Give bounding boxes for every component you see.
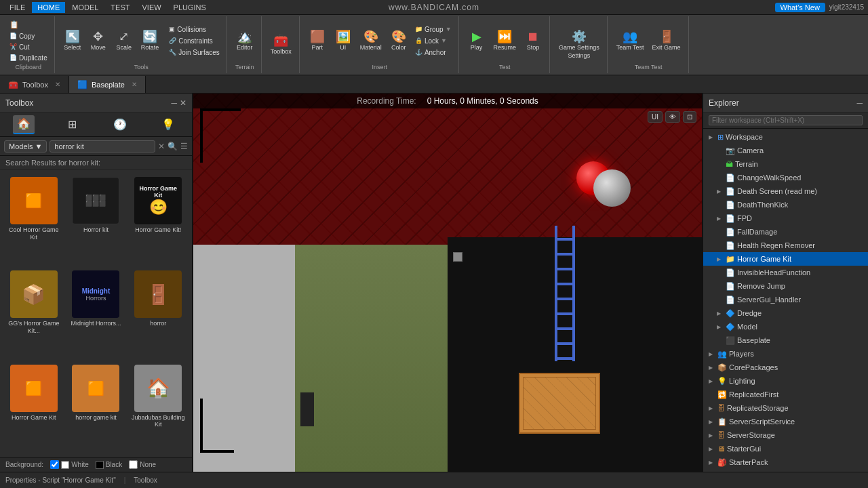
tree-serverstorage[interactable]: ▶ 🗄 ServerStorage: [703, 428, 868, 442]
ui-button[interactable]: 🖼️ UI: [331, 28, 355, 53]
scale-button[interactable]: ⤢ Scale: [112, 28, 136, 53]
result-item-0[interactable]: 🟧 Cool Horror Game Kit: [4, 174, 64, 265]
group-button[interactable]: 📁 Group ▼: [412, 24, 454, 35]
tree-removejump[interactable]: 📄 Remove Jump: [703, 279, 868, 293]
tree-healthregen[interactable]: 📄 Health Regen Remover: [703, 239, 868, 252]
result-item-8[interactable]: 🏠 Jubadubas Building Kit: [128, 362, 188, 453]
tree-replicatedstorage[interactable]: ▶ 🗄 ReplicatedStorage: [703, 401, 868, 415]
paste-button[interactable]: 📋: [7, 19, 50, 30]
result-item-7[interactable]: 🟧 horror game kit: [66, 362, 126, 453]
toolbox-ribbon-buttons: 🧰 Toolbox: [267, 18, 295, 72]
search-input[interactable]: [50, 140, 155, 152]
menu-model[interactable]: MODEL: [66, 2, 104, 13]
result-item-6[interactable]: 🟧 Horror Game Kit: [4, 362, 64, 453]
baseplate-tab[interactable]: 🟦 Baseplate ✕: [69, 76, 146, 93]
collisions-button[interactable]: ▣ Collisions: [166, 24, 222, 35]
copy-button[interactable]: 📄 Copy: [7, 31, 50, 41]
tree-startergui[interactable]: ▶ 🖥 StarterGui: [703, 442, 868, 455]
resume-button[interactable]: ⏭️ Resume: [490, 28, 520, 53]
result-item-2[interactable]: Horror Game Kit 😊 Horror Game Kit!: [128, 174, 188, 265]
result-item-3[interactable]: 📦 GG's Horror Game Kit...: [4, 268, 64, 359]
tree-starterplayer[interactable]: ▶ 🧑 StarterPlayer: [703, 469, 868, 472]
menu-test[interactable]: TEST: [105, 2, 135, 13]
editor-button[interactable]: 🏔️ Editor: [233, 28, 257, 53]
cut-button[interactable]: ✂️ Cut: [7, 42, 50, 52]
game-settings-button[interactable]: ⚙️ Game Settings Settings: [555, 28, 603, 61]
result-item-4[interactable]: Midnight Horrors Midnight Horrors...: [66, 268, 126, 359]
duplicate-button[interactable]: 📄 Duplicate: [7, 53, 50, 63]
menu-plugins[interactable]: PLUGINS: [168, 2, 212, 13]
toolbox-tab[interactable]: 🧰 Toolbox ✕: [0, 76, 69, 93]
toolbox-tab-close[interactable]: ✕: [55, 81, 60, 88]
menu-file[interactable]: FILE: [4, 2, 31, 13]
tree-deaththen[interactable]: 📄 DeathThenKick: [703, 198, 868, 211]
toolbox-clock-icon[interactable]: 🕐: [109, 115, 131, 134]
material-button[interactable]: 🎨 Material: [357, 28, 385, 53]
tree-lighting[interactable]: ▶ 💡 Lighting: [703, 374, 868, 388]
stop-button[interactable]: ⏹ Stop: [521, 28, 545, 53]
tree-workspace[interactable]: ▶ ⊞ Workspace: [703, 130, 868, 144]
tree-model[interactable]: ▶ 🔷 Model: [703, 320, 868, 333]
menu-home[interactable]: HOME: [32, 2, 65, 13]
select-button[interactable]: ↖️ Select: [60, 28, 85, 53]
tree-starterpack[interactable]: ▶ 🎒 StarterPack: [703, 455, 868, 469]
exit-game-button[interactable]: 🚪 Exit Game: [649, 28, 684, 53]
changewalkspeed-icon: 📄: [726, 174, 735, 182]
models-dropdown[interactable]: Models ▼: [4, 140, 47, 152]
play-button[interactable]: ▶ Play: [465, 28, 489, 53]
explorer-search-input[interactable]: [709, 115, 863, 125]
toolbox-home-icon[interactable]: 🏠: [13, 115, 35, 134]
tree-serverscriptservice[interactable]: ▶ 📋 ServerScriptService: [703, 415, 868, 428]
tree-terrain[interactable]: 🏔 Terrain: [703, 157, 868, 171]
team-test-button[interactable]: 👥 Team Test: [613, 28, 648, 53]
tree-corepackages[interactable]: ▶ 📦 CorePackages: [703, 361, 868, 374]
search-options-icon[interactable]: ☰: [180, 142, 188, 151]
bg-black-option[interactable]: Black: [96, 461, 122, 469]
constraints-button[interactable]: 🔗 Constraints: [166, 36, 222, 46]
tree-fpd[interactable]: ▶ 📄 FPD: [703, 211, 868, 225]
tree-deathscreen[interactable]: ▶ 📄 Death Screen (read me): [703, 184, 868, 198]
scene-3d[interactable]: [193, 94, 702, 472]
bg-none-option[interactable]: None: [129, 460, 156, 469]
explorer-minimize-icon[interactable]: ─: [856, 98, 863, 108]
tree-falldamage[interactable]: 📄 FallDamage: [703, 225, 868, 239]
viewport-eye-button[interactable]: 👁: [665, 111, 680, 123]
toolbox-grid-icon[interactable]: ⊞: [61, 115, 83, 134]
lock-button[interactable]: 🔒 Lock ▼: [412, 36, 454, 46]
search-clear-icon[interactable]: ✕: [158, 142, 165, 151]
toolbox-ribbon-button[interactable]: 🧰 Toolbox: [267, 33, 295, 57]
anchor-button[interactable]: ⚓ Anchor: [412, 47, 454, 58]
tree-dredge[interactable]: ▶ 🔷 Dredge: [703, 306, 868, 320]
tree-horrorgamekit[interactable]: ▶ 📁 Horror Game Kit: [703, 252, 868, 266]
toolbox-bulb-icon[interactable]: 💡: [157, 115, 179, 134]
tree-camera[interactable]: 📷 Camera: [703, 144, 868, 157]
viewport-screen-button[interactable]: ⊡: [683, 111, 696, 123]
tree-servergui[interactable]: 📄 ServerGui_Handler: [703, 293, 868, 306]
viewport[interactable]: Recording Time: 0 Hours, 0 Minutes, 0 Se…: [193, 94, 702, 472]
tree-invisiblehead[interactable]: 📄 InvisibleHeadFunction: [703, 266, 868, 279]
model-label: Model: [737, 323, 868, 331]
tree-changewalkspeed[interactable]: 📄 ChangeWalkSpeed: [703, 171, 868, 184]
part-button[interactable]: 🟫 Part: [305, 28, 330, 53]
tree-players[interactable]: ▶ 👥 Players: [703, 347, 868, 361]
move-button[interactable]: ✥ Move: [86, 28, 111, 53]
rotate-button[interactable]: 🔄 Rotate: [138, 28, 163, 53]
bg-none-checkbox[interactable]: [129, 460, 138, 469]
result-item-1[interactable]: ⬛⬛⬛ ⬛⬛⬛ Horror kit: [66, 174, 126, 265]
baseplate-tab-close[interactable]: ✕: [132, 81, 137, 88]
dropdown-arrow-icon: ▼: [35, 142, 42, 150]
search-icon[interactable]: 🔍: [167, 142, 178, 151]
bg-white-option[interactable]: White: [50, 460, 89, 469]
toolbox-close-icon[interactable]: ✕: [180, 98, 186, 108]
whats-new-button[interactable]: What's New: [775, 3, 825, 12]
result-item-5[interactable]: 🚪 horror: [128, 268, 188, 359]
bg-white-checkbox[interactable]: [50, 460, 59, 469]
viewport-ui-button[interactable]: UI: [648, 111, 663, 123]
baseplate-label: Baseplate: [737, 336, 868, 344]
join-surfaces-button[interactable]: 🔧 Join Surfaces: [166, 47, 222, 58]
toolbox-minimize-icon[interactable]: ─: [171, 98, 177, 108]
menu-view[interactable]: VIEW: [136, 2, 166, 13]
tree-baseplate[interactable]: ⬛ Baseplate: [703, 333, 868, 347]
color-button[interactable]: 🎨 Color: [387, 28, 411, 53]
tree-replicatedfirst[interactable]: 🔁 ReplicatedFirst: [703, 388, 868, 401]
